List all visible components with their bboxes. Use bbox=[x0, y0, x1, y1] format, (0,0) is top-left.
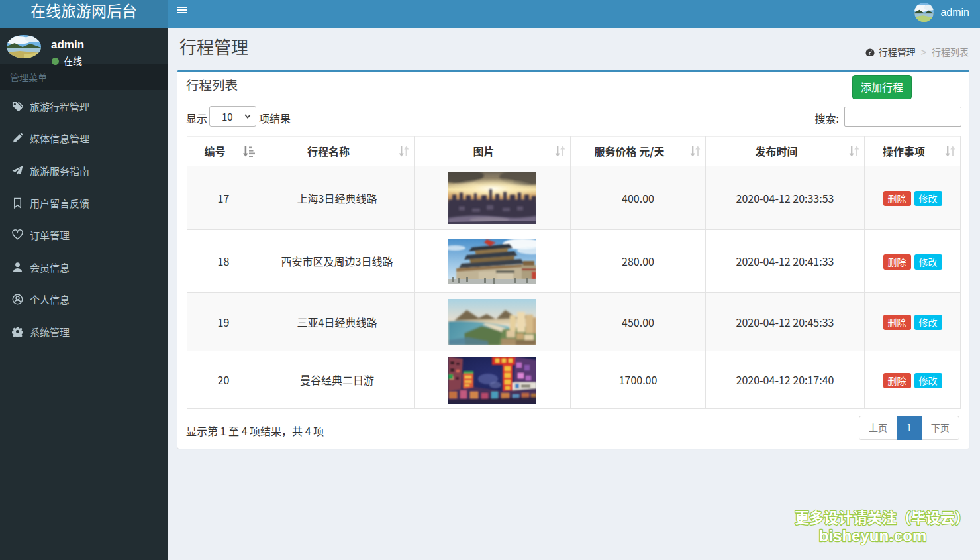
svg-text:bisheyun.com: bisheyun.com bbox=[819, 523, 927, 546]
